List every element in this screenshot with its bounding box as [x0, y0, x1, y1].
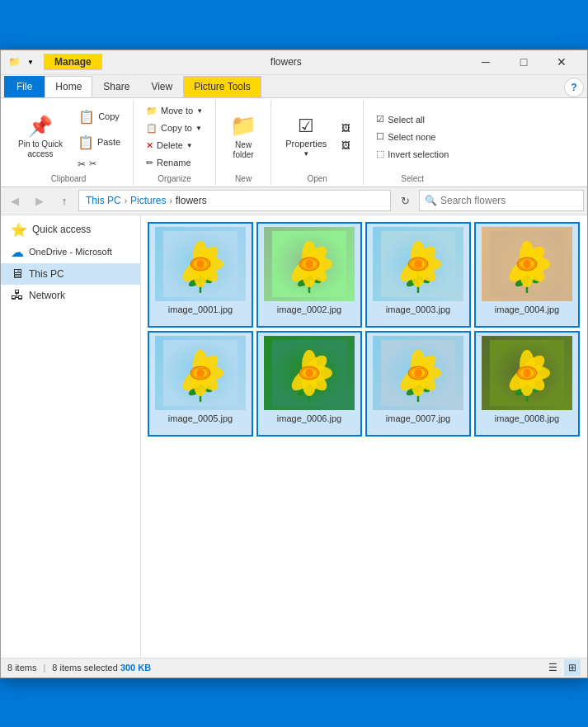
- path-flowers: flowers: [176, 195, 207, 206]
- tab-share[interactable]: Share: [92, 76, 140, 97]
- select-none-button[interactable]: ☐ Select none: [370, 129, 454, 145]
- new-folder-label: Newfolder: [233, 140, 254, 160]
- path-thispc[interactable]: This PC: [86, 195, 121, 206]
- copy-button[interactable]: 📋 Copy: [72, 105, 126, 129]
- copy-label: Copy: [98, 111, 120, 121]
- ribbon-group-new: 📁 Newfolder New: [216, 100, 271, 185]
- refresh-button[interactable]: ↻: [394, 190, 416, 211]
- address-bar: ◀ ▶ ↑ This PC › Pictures › flowers ↻ 🔍: [1, 187, 587, 215]
- open-label: Open: [278, 172, 356, 183]
- invert-selection-button[interactable]: ⬚ Invert selection: [370, 146, 454, 163]
- details-view-button[interactable]: ☰: [544, 659, 561, 676]
- properties-button[interactable]: ☑ Properties ▼: [278, 111, 334, 163]
- sidebar-item-network[interactable]: 🖧 Network: [1, 285, 140, 306]
- close-button[interactable]: ✕: [543, 50, 581, 74]
- file-name: image_0002.jpg: [277, 304, 341, 314]
- copy-to-button[interactable]: 📋 Copy to ▼: [140, 120, 209, 136]
- invert-selection-label: Invert selection: [388, 149, 449, 159]
- ribbon-group-select: ☑ Select all ☐ Select none ⬚ Invert sele…: [364, 100, 461, 185]
- move-to-button[interactable]: 📁 Move to ▼: [140, 102, 209, 119]
- file-name: image_0005.jpg: [168, 413, 233, 423]
- select-col: ☑ Select all ☐ Select none ⬚ Invert sele…: [370, 111, 454, 163]
- file-name: image_0004.jpg: [495, 304, 559, 314]
- copy-to-icon: 📋: [146, 123, 158, 134]
- new-items: 📁 Newfolder: [223, 101, 264, 172]
- copy-icon: 📋: [78, 109, 95, 125]
- file-item[interactable]: image_0003.jpg: [365, 222, 471, 328]
- file-item[interactable]: image_0001.jpg: [148, 222, 253, 328]
- ribbon: 📌 Pin to Quickaccess 📋 Copy 📋 Paste ✂ ✂: [1, 98, 587, 187]
- move-to-arrow: ▼: [196, 107, 203, 115]
- file-size: 300 KB: [120, 663, 151, 673]
- search-input[interactable]: [440, 195, 578, 206]
- tab-picture-tools[interactable]: Picture Tools: [183, 76, 261, 97]
- delete-icon: ✕: [146, 140, 153, 151]
- maximize-button[interactable]: □: [505, 50, 543, 74]
- path-pictures[interactable]: Pictures: [130, 195, 166, 206]
- tab-file[interactable]: File: [4, 76, 45, 97]
- clipboard-items: 📌 Pin to Quickaccess 📋 Copy 📋 Paste ✂ ✂: [11, 101, 126, 172]
- select-none-icon: ☐: [376, 131, 384, 142]
- search-icon: 🔍: [425, 195, 437, 206]
- rename-button[interactable]: ✏ Rename: [140, 154, 209, 171]
- this-pc-label: This PC: [29, 268, 64, 280]
- cut-label: ✂: [89, 158, 96, 169]
- pin-label: Pin to Quickaccess: [18, 139, 63, 159]
- back-button[interactable]: ◀: [4, 190, 26, 211]
- forward-button[interactable]: ▶: [29, 190, 50, 211]
- select-all-button[interactable]: ☑ Select all: [370, 111, 454, 128]
- img2-icon: 🖼: [341, 140, 350, 150]
- quick-access-icon: ⭐: [11, 222, 27, 238]
- new-label: New: [223, 172, 264, 183]
- status-right: ☰ ⊞: [544, 659, 581, 676]
- select-label: Select: [370, 172, 454, 183]
- open-img2[interactable]: 🖼: [336, 137, 356, 153]
- sidebar-item-quick-access[interactable]: ⭐ Quick access: [1, 219, 140, 241]
- file-item[interactable]: image_0007.jpg: [365, 331, 471, 437]
- open-img1[interactable]: 🖼: [336, 120, 356, 136]
- ribbon-group-organize: 📁 Move to ▼ 📋 Copy to ▼ ✕ Delete ▼: [134, 100, 216, 185]
- thumbnail-view-button[interactable]: ⊞: [564, 659, 581, 676]
- file-item[interactable]: image_0005.jpg: [148, 331, 253, 437]
- cut-button[interactable]: ✂ ✂: [72, 156, 126, 172]
- onedrive-icon: ☁: [11, 244, 24, 260]
- selected-count: 8 items selected: [52, 663, 117, 673]
- minimize-button[interactable]: ─: [467, 50, 505, 74]
- onedrive-label: OneDrive - Microsoft: [29, 247, 112, 257]
- tab-home[interactable]: Home: [45, 76, 92, 97]
- delete-arrow: ▼: [186, 142, 193, 149]
- paste-button[interactable]: 📋 Paste: [72, 130, 126, 154]
- file-item[interactable]: image_0004.jpg: [474, 222, 580, 328]
- delete-button[interactable]: ✕ Delete ▼: [140, 137, 209, 153]
- help-button[interactable]: ?: [564, 78, 584, 97]
- window-title: flowers: [106, 56, 467, 68]
- svg-point-90: [414, 369, 422, 377]
- svg-point-77: [305, 369, 313, 377]
- sidebar-item-onedrive[interactable]: ☁ OneDrive - Microsoft: [1, 241, 140, 263]
- main-content: ⭐ Quick access ☁ OneDrive - Microsoft 🖥 …: [1, 215, 587, 658]
- pin-icon: 📌: [28, 115, 53, 138]
- up-button[interactable]: ↑: [54, 190, 75, 211]
- quick-access-label: Quick access: [32, 224, 91, 235]
- file-name: image_0003.jpg: [386, 304, 450, 314]
- address-path[interactable]: This PC › Pictures › flowers: [78, 190, 391, 211]
- file-item[interactable]: image_0008.jpg: [474, 331, 580, 437]
- file-item[interactable]: image_0002.jpg: [256, 222, 362, 328]
- manage-tab-title[interactable]: Manage: [44, 54, 102, 70]
- new-folder-icon: 📁: [230, 113, 256, 139]
- file-item[interactable]: image_0006.jpg: [256, 331, 362, 437]
- move-to-label: Move to: [161, 106, 193, 116]
- svg-point-25: [305, 260, 313, 268]
- file-name: image_0008.jpg: [495, 413, 559, 423]
- properties-icon: ☑: [298, 116, 314, 137]
- paste-icon: 📋: [78, 135, 94, 150]
- new-folder-button[interactable]: 📁 Newfolder: [223, 111, 264, 163]
- pin-to-quick-access-button[interactable]: 📌 Pin to Quickaccess: [11, 111, 70, 163]
- tab-view[interactable]: View: [140, 76, 183, 97]
- title-controls: ─ □ ✕: [467, 50, 581, 74]
- ribbon-group-clipboard: 📌 Pin to Quickaccess 📋 Copy 📋 Paste ✂ ✂: [4, 100, 134, 185]
- svg-point-103: [523, 369, 531, 377]
- path-arrow-1: ›: [125, 196, 127, 205]
- sidebar-item-this-pc[interactable]: 🖥 This PC: [1, 263, 140, 285]
- file-name: image_0001.jpg: [168, 304, 233, 314]
